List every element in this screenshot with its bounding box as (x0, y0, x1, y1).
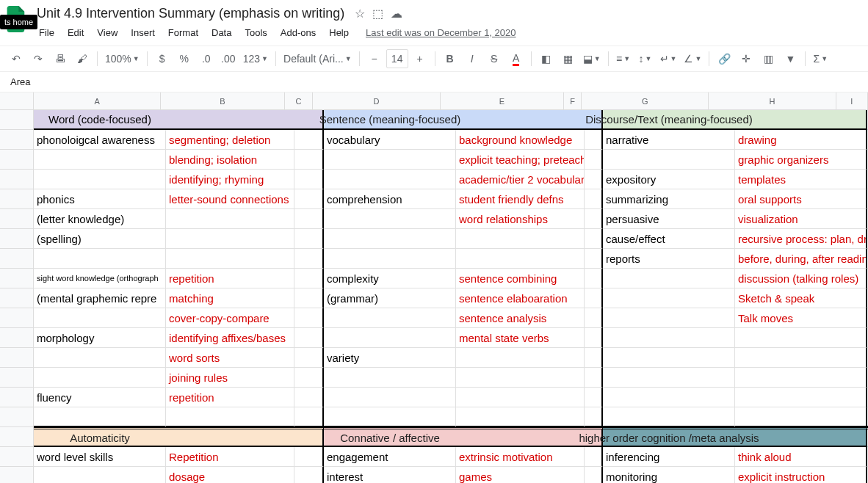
bold-button[interactable]: B (440, 49, 460, 68)
cell[interactable] (585, 249, 603, 269)
cell[interactable] (735, 388, 867, 407)
cell[interactable]: mental state verbs (456, 328, 585, 348)
cell[interactable] (603, 308, 735, 328)
cell[interactable] (34, 348, 166, 368)
cell[interactable] (294, 407, 324, 427)
font-size-input[interactable]: 14 (386, 49, 408, 68)
cell[interactable]: recursive process: plan, draft (735, 229, 867, 249)
document-title[interactable]: Unit 4.9 Intervention Summary (emphasis … (34, 4, 347, 23)
menu-addons[interactable]: Add-ons (275, 24, 321, 41)
cell[interactable] (34, 368, 166, 388)
cell[interactable]: (spelling) (34, 229, 166, 249)
cell[interactable] (294, 388, 324, 407)
cell[interactable] (324, 388, 456, 407)
row-header[interactable] (0, 130, 34, 150)
cell[interactable]: identifying; rhyming (166, 170, 294, 189)
row-header[interactable] (0, 368, 34, 388)
cell[interactable] (34, 467, 166, 483)
star-icon[interactable]: ☆ (355, 7, 365, 21)
cell[interactable]: morphology (34, 328, 166, 348)
row-header[interactable] (0, 388, 34, 407)
cell[interactable]: sentence analysis (456, 308, 585, 328)
menu-tools[interactable]: Tools (239, 24, 272, 41)
borders-button[interactable]: ▦ (558, 49, 579, 68)
cell[interactable] (585, 407, 603, 427)
row-header[interactable] (0, 209, 34, 229)
cell[interactable]: summarizing (603, 189, 735, 209)
redo-button[interactable]: ↷ (28, 49, 48, 68)
cell[interactable] (324, 170, 456, 189)
col-header-C[interactable]: C (285, 92, 314, 110)
cell[interactable] (324, 368, 456, 388)
cell[interactable] (166, 209, 294, 229)
link-button[interactable]: 🔗 (714, 49, 734, 68)
cell[interactable]: monitoring (603, 467, 735, 483)
row-header[interactable] (0, 407, 34, 427)
font-size-increase[interactable]: + (410, 49, 430, 68)
row-header[interactable] (0, 447, 34, 467)
cell[interactable]: fluency (34, 388, 166, 407)
cell[interactable]: background knowledge (456, 130, 585, 150)
row-header[interactable] (0, 170, 34, 189)
cell[interactable]: dosage (166, 467, 294, 483)
cell[interactable] (456, 348, 585, 368)
cell[interactable]: complexity (324, 269, 456, 288)
row-header[interactable] (0, 427, 34, 447)
cell[interactable] (294, 249, 324, 269)
font-size-decrease[interactable]: − (364, 49, 385, 68)
print-button[interactable]: 🖶 (50, 49, 70, 68)
cell[interactable]: phonics (34, 189, 166, 209)
cell[interactable] (456, 368, 585, 388)
col-header-B[interactable]: B (161, 92, 284, 110)
cell[interactable]: oral supports (735, 189, 867, 209)
merge-button[interactable]: ⬓▼ (580, 49, 604, 68)
cell[interactable]: Sketch & speak (735, 288, 867, 308)
cell[interactable]: expository (603, 170, 735, 189)
col-header-D[interactable]: D (313, 92, 440, 110)
cell[interactable]: visualization (735, 209, 867, 229)
cell[interactable]: Automaticity (34, 427, 166, 447)
cell[interactable]: word level skills (34, 447, 166, 467)
format-number-button[interactable]: 123▼ (240, 49, 271, 68)
decrease-decimal-button[interactable]: .0 (196, 49, 217, 68)
menu-file[interactable]: File (34, 24, 59, 41)
cell[interactable] (735, 348, 867, 368)
cell[interactable]: discussion (talking roles) (735, 269, 867, 288)
h-align-button[interactable]: ≡▼ (613, 49, 634, 68)
cell[interactable]: repetition (166, 269, 294, 288)
cell[interactable] (294, 288, 324, 308)
cell[interactable]: drawing (735, 130, 867, 150)
cell[interactable]: engagement (324, 447, 456, 467)
cell[interactable] (294, 189, 324, 209)
v-align-button[interactable]: ↕▼ (635, 49, 656, 68)
cell[interactable] (294, 368, 324, 388)
italic-button[interactable]: I (462, 49, 482, 68)
text-color-button[interactable]: A (506, 49, 527, 68)
cell[interactable]: sentence combining (456, 269, 585, 288)
cell[interactable] (294, 229, 324, 249)
cell[interactable]: identifying affixes/bases (166, 328, 294, 348)
col-header-G[interactable]: G (582, 92, 709, 110)
cell[interactable] (603, 150, 735, 170)
cell[interactable]: Repetition (166, 447, 294, 467)
cell[interactable]: word sorts (166, 348, 294, 368)
cell[interactable]: phonoloigcal awareness (34, 130, 166, 150)
cell[interactable]: Sentence (meaning-focused) (324, 110, 456, 130)
cell[interactable] (294, 348, 324, 368)
row-header[interactable] (0, 229, 34, 249)
row-header[interactable] (0, 249, 34, 269)
cell[interactable] (294, 269, 324, 288)
cell[interactable] (603, 288, 735, 308)
col-header-H[interactable]: H (709, 92, 836, 110)
cell[interactable] (294, 150, 324, 170)
row-header[interactable] (0, 288, 34, 308)
cell[interactable] (585, 368, 603, 388)
menu-insert[interactable]: Insert (126, 24, 160, 41)
cell[interactable]: Talk moves (735, 308, 867, 328)
cell[interactable] (585, 388, 603, 407)
cell[interactable]: games (456, 467, 585, 483)
row-header[interactable] (0, 308, 34, 328)
row-header[interactable] (0, 467, 34, 483)
row-header[interactable] (0, 189, 34, 209)
cell[interactable]: sentence elaboaration (456, 288, 585, 308)
